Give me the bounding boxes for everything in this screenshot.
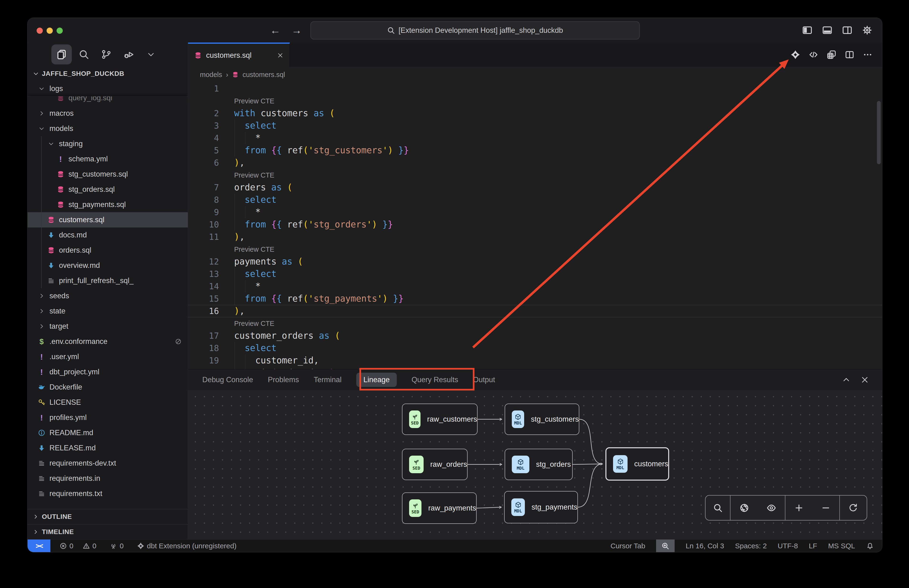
close-icon[interactable] [861, 376, 869, 384]
forward-arrow-icon[interactable]: → [291, 24, 302, 36]
close-tab-icon[interactable] [277, 52, 283, 58]
status-broadcast-icon[interactable]: 0 [110, 542, 124, 550]
explorer-header[interactable]: JAFFLE_SHOP_DUCKDB [27, 66, 188, 81]
tree-item-target[interactable]: target [27, 319, 188, 334]
tree-item-label: requirements-dev.txt [50, 459, 116, 467]
timeline-section[interactable]: TIMELINE [27, 524, 188, 539]
tree-item-requirements-dev-txt[interactable]: requirements-dev.txt [27, 456, 188, 471]
chevron-up-icon[interactable] [842, 376, 850, 384]
tab-customers-sql[interactable]: customers.sql [188, 42, 290, 67]
tree-item-readme-md[interactable]: README.md [27, 425, 188, 440]
lineage-node-raw_orders[interactable]: SEDraw_orders [402, 449, 468, 480]
minimize-window-button[interactable] [47, 27, 53, 34]
command-center-search[interactable]: [Extension Development Host] jaffle_shop… [310, 21, 640, 39]
status-ms-sql[interactable]: MS SQL [828, 542, 855, 550]
lineage-node-raw_payments[interactable]: SEDraw_payments [402, 493, 476, 524]
activity-search-button[interactable] [74, 44, 94, 65]
code-token: select [245, 194, 277, 206]
close-window-button[interactable] [37, 27, 43, 34]
table-copy-icon[interactable] [827, 50, 836, 60]
status-dbt-icon[interactable]: dbt Extension (unregistered) [137, 542, 237, 550]
gear-icon[interactable] [862, 25, 873, 36]
dbt-icon[interactable] [790, 50, 800, 60]
tree-item-release-md[interactable]: RELEASE.md [27, 440, 188, 456]
split-editor-icon[interactable] [844, 50, 854, 60]
tree-item-logs[interactable]: logs [27, 81, 188, 96]
status-spaces-2[interactable]: Spaces: 2 [735, 542, 767, 550]
panel-tab-output[interactable]: Output [473, 376, 495, 384]
tree-item-state[interactable]: state [27, 304, 188, 319]
status-lf[interactable]: LF [809, 542, 817, 550]
tree-item-requirements-txt[interactable]: requirements.txt [27, 486, 188, 501]
tree-item-orders-sql[interactable]: orders.sql [27, 243, 188, 258]
info-file-icon [37, 429, 46, 436]
codelens-preview-cte[interactable]: Preview CTE [188, 169, 882, 181]
line-number: 12 [188, 255, 234, 268]
tree-item-profiles-yml[interactable]: !profiles.yml [27, 410, 188, 425]
lineage-canvas[interactable]: SEDraw_customersMDLstg_customersSEDraw_o… [188, 390, 882, 539]
eye-icon[interactable] [766, 503, 777, 513]
tree-item--env-conformance[interactable]: $.env.conformance [27, 334, 188, 349]
tree-item--user-yml[interactable]: !.user.yml [27, 349, 188, 364]
status-utf-8[interactable]: UTF-8 [778, 542, 798, 550]
tree-item-overview-md[interactable]: overview.md [27, 258, 188, 273]
codelens-preview-cte[interactable]: Preview CTE [188, 317, 882, 330]
code-icon[interactable] [809, 50, 819, 60]
aperture-icon[interactable] [739, 503, 749, 513]
tree-item-dockerfile[interactable]: Dockerfile [27, 380, 188, 395]
search-icon[interactable] [713, 503, 723, 513]
status-error-icon[interactable]: 0 [60, 542, 73, 550]
activity-run-debug-button[interactable] [118, 44, 139, 65]
status-warning-icon[interactable]: 0 [82, 542, 97, 550]
code-token: as [313, 107, 324, 120]
outline-section[interactable]: OUTLINE [27, 509, 188, 524]
status-zoom-plus-icon[interactable] [656, 540, 675, 552]
lineage-node-customers[interactable]: MDLcustomers [605, 447, 669, 481]
status-cursor-tab[interactable]: Cursor Tab [610, 542, 645, 550]
tree-item-stg-customers-sql[interactable]: stg_customers.sql [27, 166, 188, 182]
model-badge: MDL [512, 456, 530, 473]
activity-source-control-button[interactable] [96, 44, 116, 65]
tree-item-docs-md[interactable]: docs.md [27, 228, 188, 243]
tree-item-schema-yml[interactable]: !schema.yml [27, 152, 188, 166]
lineage-node-stg_orders[interactable]: MDLstg_orders [505, 449, 573, 480]
tree-item-query-log-sql[interactable]: query_log.sql [27, 96, 188, 106]
remote-indicator[interactable]: >< [27, 540, 50, 552]
activity-chevron-down-button[interactable] [141, 44, 161, 65]
codelens-preview-cte[interactable]: Preview CTE [188, 95, 882, 107]
layout-panel-icon[interactable] [822, 25, 833, 36]
breadcrumb-folder[interactable]: models [200, 71, 222, 79]
refresh-icon[interactable] [848, 503, 858, 513]
codelens-preview-cte[interactable]: Preview CTE [188, 243, 882, 255]
tree-item-seeds[interactable]: seeds [27, 288, 188, 304]
breadcrumb[interactable]: models › customers.sql [188, 67, 882, 82]
more-icon[interactable] [863, 50, 873, 60]
tree-item-license[interactable]: LICENSE [27, 395, 188, 410]
status-ln-16-col-3[interactable]: Ln 16, Col 3 [686, 542, 724, 550]
lineage-node-raw_customers[interactable]: SEDraw_customers [402, 404, 478, 435]
tree-item-print-full-refresh-sql-[interactable]: print_full_refresh._sql_ [27, 273, 188, 288]
zoom-window-button[interactable] [57, 27, 63, 34]
tree-item-models[interactable]: models [27, 121, 188, 136]
status-bell-icon[interactable] [866, 542, 874, 550]
zoom-in-icon[interactable] [794, 503, 804, 513]
tree-item-dbt-project-yml[interactable]: !dbt_project.yml [27, 364, 188, 380]
tree-item-stg-orders-sql[interactable]: stg_orders.sql [27, 182, 188, 197]
activity-files-button[interactable] [51, 44, 72, 65]
panel-tab-debug-console[interactable]: Debug Console [202, 376, 253, 384]
panel-tab-problems[interactable]: Problems [268, 376, 299, 384]
tree-item-staging[interactable]: staging [27, 136, 188, 152]
code-editor[interactable]: 1Preview CTE2with customers as (3 select… [188, 82, 882, 369]
panel-tab-terminal[interactable]: Terminal [314, 376, 342, 384]
tree-item-requirements-in[interactable]: requirements.in [27, 471, 188, 486]
tree-item-stg-payments-sql[interactable]: stg_payments.sql [27, 197, 188, 212]
tree-item-macros[interactable]: macros [27, 106, 188, 121]
layout-split-icon[interactable] [842, 25, 852, 36]
lineage-node-stg_payments[interactable]: MDLstg_payments [504, 491, 578, 523]
breadcrumb-file[interactable]: customers.sql [242, 71, 285, 79]
tree-item-customers-sql[interactable]: customers.sql [27, 212, 188, 228]
zoom-out-icon[interactable] [821, 503, 831, 513]
back-arrow-icon[interactable]: ← [270, 24, 281, 36]
lineage-node-stg_customers[interactable]: MDLstg_customers [505, 404, 579, 435]
layout-sidebar-icon[interactable] [802, 25, 813, 36]
